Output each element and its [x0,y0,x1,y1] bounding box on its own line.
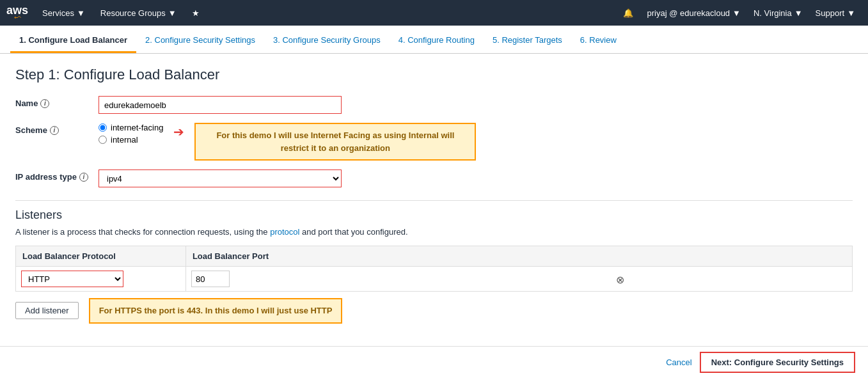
listener-protocol-cell: HTTP HTTPS [16,267,186,292]
region-label: N. Virginia [754,8,792,18]
listener-port-cell: ⊗ [185,267,852,292]
cancel-button[interactable]: Cancel [666,358,691,367]
tab-review[interactable]: 6. Review [571,29,626,53]
tab-register-targets[interactable]: 5. Register Targets [484,29,571,53]
listeners-table: Load Balancer Protocol Load Balancer Por… [15,246,853,292]
scheme-annotation-arrow: ➔ [173,124,184,139]
services-label: Services [42,8,74,18]
scheme-internal-option[interactable]: internal [99,135,163,145]
scheme-control-area: internet-facing internal ➔ For this demo… [99,123,853,161]
scheme-internet-facing-label: internet-facing [111,123,163,132]
name-row: Name i [15,96,853,114]
listener-annotation-box: For HTTPS the port is 443. In this demo … [89,298,343,324]
services-menu[interactable]: Services ▼ [35,0,93,26]
ip-address-info-icon[interactable]: i [79,173,88,182]
scheme-internet-facing-radio[interactable] [99,123,107,132]
tab-configure-routing[interactable]: 4. Configure Routing [390,29,484,53]
aws-logo: aws ⬿ [6,4,28,22]
pin-icon[interactable]: ★ [184,0,207,26]
section-divider [15,200,853,201]
scheme-annotation-wrapper: internet-facing internal ➔ For this demo… [99,123,853,161]
name-control-area [99,96,853,114]
scheme-internal-radio[interactable] [99,136,107,144]
notifications-bell[interactable]: 🔔 [615,0,641,26]
col-port-header: Load Balancer Port [185,246,852,267]
scheme-label: Scheme i [15,123,99,135]
scheme-internal-label: internal [111,135,138,145]
listeners-desc-end: and port that you configured. [299,227,407,237]
listeners-description: A listener is a process that checks for … [15,227,853,237]
listeners-protocol-link[interactable]: protocol [270,227,299,237]
wizard-tabs: 1. Configure Load Balancer 2. Configure … [0,26,868,54]
footer: Cancel Next: Configure Security Settings [0,346,868,378]
tab-configure-security-groups[interactable]: 3. Configure Security Groups [264,29,390,53]
listeners-desc-plain: A listener is a process that checks for … [15,227,270,237]
region-menu[interactable]: N. Virginia ▼ [747,0,809,26]
support-label: Support [816,8,845,18]
user-chevron-icon: ▼ [732,8,741,18]
name-info-icon[interactable]: i [40,99,49,108]
scheme-internet-facing-option[interactable]: internet-facing [99,123,163,132]
bell-icon: 🔔 [623,8,633,18]
scheme-annotation-box: For this demo I will use Internet Facing… [194,123,476,161]
ip-address-select[interactable]: ipv4 dualstack [99,169,342,187]
scheme-options: internet-facing internal [99,123,163,145]
user-label: priyaj @ edurekacloud [647,8,730,18]
remove-listener-button[interactable]: ⊗ [616,274,624,286]
top-nav: aws ⬿ Services ▼ Resource Groups ▼ ★ 🔔 p… [0,0,868,26]
tab-configure-load-balancer[interactable]: 1. Configure Load Balancer [10,29,136,53]
name-input[interactable] [99,96,342,114]
listeners-section-title: Listeners [15,209,853,222]
support-menu[interactable]: Support ▼ [809,0,862,26]
scheme-row: Scheme i internet-facing internal [15,123,853,161]
add-listener-button[interactable]: Add listener [15,302,79,319]
ip-address-row: IP address type i ipv4 dualstack [15,169,853,187]
add-listener-row: Add listener For HTTPS the port is 443. … [15,298,853,324]
scheme-info-icon[interactable]: i [50,126,59,135]
page-title: Step 1: Configure Load Balancer [15,67,853,83]
listeners-table-header: Load Balancer Protocol Load Balancer Por… [16,246,853,267]
main-content: Step 1: Configure Load Balancer Name i S… [0,54,868,346]
ip-address-label: IP address type i [15,169,99,182]
resource-groups-label: Resource Groups [100,8,166,18]
port-input[interactable] [191,271,230,287]
col-protocol-header: Load Balancer Protocol [16,246,186,267]
listener-row-1: HTTP HTTPS ⊗ [16,267,853,292]
region-chevron-icon: ▼ [794,8,803,18]
protocol-select[interactable]: HTTP HTTPS [21,271,123,287]
support-chevron-icon: ▼ [847,8,855,18]
next-button[interactable]: Next: Configure Security Settings [700,352,855,373]
user-menu[interactable]: priyaj @ edurekacloud ▼ [641,0,747,26]
ip-address-control-area: ipv4 dualstack [99,169,853,187]
services-chevron-icon: ▼ [77,8,85,18]
tab-configure-security-settings[interactable]: 2. Configure Security Settings [136,29,264,53]
name-label: Name i [15,96,99,108]
resource-groups-menu[interactable]: Resource Groups ▼ [93,0,184,26]
resource-groups-chevron-icon: ▼ [168,8,177,18]
